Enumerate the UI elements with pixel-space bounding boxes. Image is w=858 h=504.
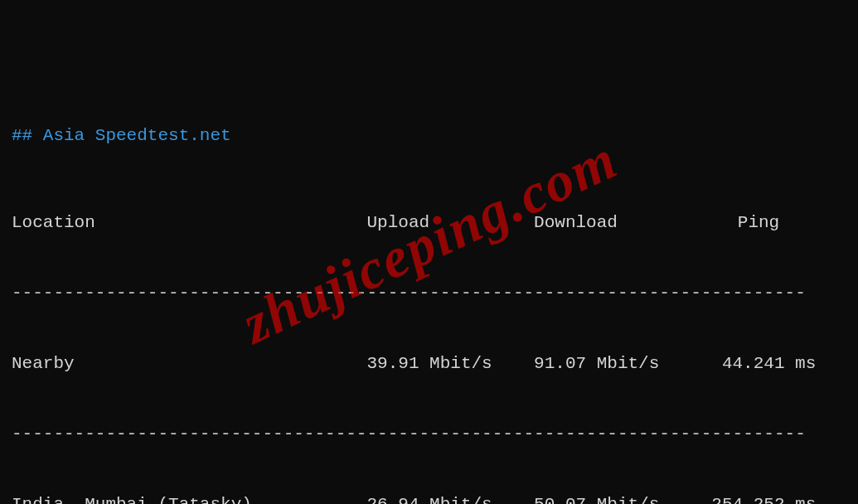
ping-cell: 44.241 ms [701, 352, 817, 376]
header-row: LocationUploadDownloadPing [12, 211, 846, 235]
location-cell: India, Mumbai (Tatasky) [12, 493, 366, 504]
download-cell: 50.07 Mbit/s [534, 493, 701, 504]
nearby-row: Nearby39.91 Mbit/s91.07 Mbit/s44.241 ms [12, 352, 846, 376]
divider: ----------------------------------------… [12, 423, 846, 446]
header-ping: Ping [701, 211, 817, 235]
watermark-text: zhujiceping.com [230, 122, 630, 362]
header-download: Download [534, 211, 701, 235]
upload-cell: 39.91 Mbit/s [366, 352, 534, 376]
location-cell: Nearby [12, 352, 366, 376]
results-list: India, Mumbai (Tatasky)26.94 Mbit/s50.07… [12, 493, 846, 504]
header-upload: Upload [366, 211, 534, 235]
table-row: India, Mumbai (Tatasky)26.94 Mbit/s50.07… [12, 493, 846, 504]
download-cell: 91.07 Mbit/s [534, 352, 701, 376]
upload-cell: 26.94 Mbit/s [366, 493, 534, 504]
header-location: Location [12, 211, 366, 235]
ping-cell: 254.252 ms [701, 493, 817, 504]
divider: ----------------------------------------… [12, 282, 846, 305]
section-title: ## Asia Speedtest.net [12, 124, 846, 148]
